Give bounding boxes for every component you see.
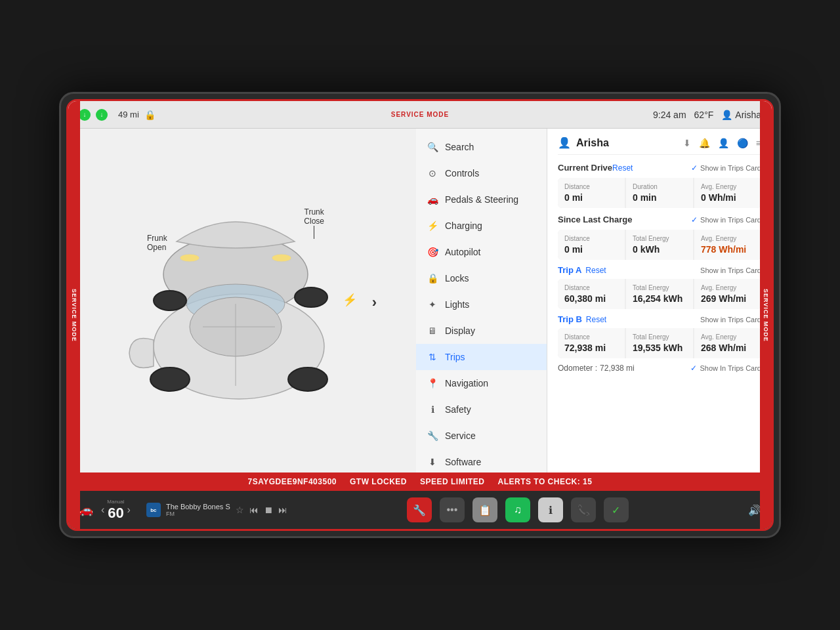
menu-panel: 🔍 Search ⊙ Controls 🚗 Pedals & Steering … [416, 129, 547, 472]
taskbar-left: 🚗 ‹ Manual 60 › [79, 499, 131, 522]
menu-item-controls[interactable]: ⊙ Controls [416, 160, 547, 186]
files-app[interactable]: 📋 [472, 497, 497, 522]
trip-b-stats: Distance 72,938 mi Total Energy 19,535 k… [558, 328, 761, 358]
trip-b-section: Trip B Reset Show in Trips Card Distance… [558, 314, 761, 358]
controls-icon: ⊙ [427, 168, 438, 178]
speed-limited: SPEED LIMITED [420, 477, 485, 486]
user-icon: 👤 [721, 110, 732, 120]
phone-app[interactable]: 📞 [571, 497, 596, 522]
trip-a-distance: Distance 60,380 mi [558, 279, 625, 309]
mileage-display: 49 mi [118, 110, 139, 119]
menu-label-service: Service [445, 430, 476, 441]
main-content: Frunk Open Trunk Close 🔓 ⚡ › [68, 129, 772, 472]
menu-label-navigation: Navigation [445, 378, 488, 388]
trip-a-show[interactable]: Show in Trips Card [700, 266, 761, 274]
speed-label: Manual [107, 499, 124, 505]
favorite-button[interactable]: ☆ [236, 505, 244, 515]
trip-a-reset[interactable]: Reset [585, 266, 606, 275]
trip-b-reset[interactable]: Reset [586, 315, 606, 324]
menu-item-trips[interactable]: ⇅ Trips [416, 344, 547, 370]
menu-item-software[interactable]: ⬇ Software [416, 449, 547, 472]
menu-label-lights: Lights [445, 299, 469, 310]
speed-area: ‹ Manual 60 › [101, 499, 131, 522]
trip-a-total-energy: Total Energy 16,254 kWh [626, 279, 693, 309]
vin-display: 7SAYGDEE9NF403500 [248, 477, 337, 486]
odometer-show-trips[interactable]: ✓ Show In Trips Card [690, 364, 761, 373]
current-drive-energy: Avg. Energy 0 Wh/mi [694, 178, 761, 208]
radio-logo: bc [146, 503, 161, 517]
menu-item-charging[interactable]: ⚡ Charging [416, 213, 547, 239]
current-drive-header: Current Drive Reset ✓ Show in Trips Card [558, 163, 761, 173]
profile-header: 👤 Arisha ⬇ 🔔 👤 🔵 ≡ [558, 136, 761, 155]
wrench-app[interactable]: 🔧 [407, 497, 432, 522]
menu-item-service[interactable]: 🔧 Service [416, 423, 547, 449]
spotify-app[interactable]: ♫ [505, 497, 530, 522]
search-icon: 🔍 [427, 142, 438, 152]
volume-icon[interactable]: 🔊 [748, 504, 761, 516]
download-indicator-2 [96, 109, 108, 121]
menu-item-search[interactable]: 🔍 Search [416, 134, 547, 160]
profile-name: Arisha [576, 137, 678, 149]
trips-icon: ⇅ [427, 352, 438, 362]
profile-download-icon[interactable]: ⬇ [683, 138, 691, 148]
profile-bell-icon[interactable]: 🔔 [699, 138, 710, 148]
menu-item-lights[interactable]: ✦ Lights [416, 291, 547, 318]
profile-user-icon: 👤 [558, 136, 571, 149]
speed-down-arrow[interactable]: ‹ [101, 504, 104, 516]
current-drive-distance-value: 0 mi [564, 192, 618, 203]
menu-item-display[interactable]: 🖥 Display [416, 318, 547, 344]
service-icon: 🔧 [427, 430, 438, 441]
prev-track-button[interactable]: ⏮ [249, 505, 259, 515]
menu-label-trips: Trips [445, 352, 465, 362]
user-info[interactable]: 👤 Arisha [721, 110, 761, 120]
taskbar-right: 🔊 [748, 504, 761, 516]
current-drive-show-trips[interactable]: ✓ Show in Trips Card [691, 163, 761, 173]
menu-label-controls: Controls [445, 168, 479, 178]
trip-b-avg-energy: Avg. Energy 268 Wh/mi [694, 328, 761, 358]
last-charge-show-trips[interactable]: ✓ Show in Trips Card [691, 215, 761, 224]
current-drive-energy-value: 0 Wh/mi [701, 192, 755, 203]
menu-item-safety[interactable]: ℹ Safety [416, 396, 547, 423]
dots-app[interactable]: ••• [440, 497, 465, 522]
trip-a-label: Trip A [558, 265, 581, 275]
next-track-button[interactable]: ⏭ [278, 505, 287, 515]
menu-label-pedals: Pedals & Steering [445, 194, 518, 205]
profile-icons: ⬇ 🔔 👤 🔵 ≡ [683, 138, 761, 148]
menu-item-locks[interactable]: 🔒 Locks [416, 265, 547, 291]
current-drive-stats: Distance 0 mi Duration 0 min Avg. Energy… [558, 178, 761, 208]
right-panel: 👤 Arisha ⬇ 🔔 👤 🔵 ≡ Current Drive Reset [547, 129, 772, 472]
svg-point-11 [272, 254, 291, 262]
menu-item-autopilot[interactable]: 🎯 Autopilot [416, 239, 547, 265]
music-controls: ⏮ ⏹ ⏭ [249, 505, 287, 515]
current-drive-reset[interactable]: Reset [612, 163, 633, 173]
screen-outer: SERVICE MODE SERVICE MODE 49 mi 🔒 SERVIC… [59, 92, 781, 538]
current-drive-distance-label: Distance [564, 183, 618, 190]
svg-point-6 [154, 291, 186, 310]
lock-icon: 🔒 [144, 110, 156, 120]
current-drive-energy-label: Avg. Energy [701, 183, 755, 190]
check-app[interactable]: ✓ [604, 497, 629, 522]
navigation-icon: 📍 [427, 378, 438, 388]
info-app[interactable]: ℹ [538, 497, 563, 522]
trip-b-header: Trip B Reset Show in Trips Card [558, 314, 761, 324]
gtw-locked: GTW LOCKED [350, 477, 407, 486]
speed-up-arrow[interactable]: › [127, 504, 131, 516]
car-icon-taskbar[interactable]: 🚗 [79, 503, 93, 517]
menu-label-charging: Charging [445, 220, 482, 231]
charging-icon: ⚡ [427, 220, 438, 231]
current-drive-duration-label: Duration [633, 183, 686, 190]
trip-b-label: Trip B [558, 314, 582, 324]
svg-point-5 [288, 368, 327, 391]
service-mode-label-left: SERVICE MODE [71, 289, 77, 342]
service-mode-bar: 7SAYGDEE9NF403500 GTW LOCKED SPEED LIMIT… [68, 472, 772, 491]
menu-item-pedals[interactable]: 🚗 Pedals & Steering [416, 186, 547, 213]
status-bar: 49 mi 🔒 SERVICE MODE 9:24 am 62°F 👤 Aris… [68, 101, 772, 129]
status-left: 49 mi 🔒 [79, 109, 156, 121]
profile-person-icon[interactable]: 👤 [718, 138, 729, 148]
menu-item-navigation[interactable]: 📍 Navigation [416, 370, 547, 396]
trip-b-show[interactable]: Show in Trips Card [700, 316, 761, 324]
profile-bt-icon[interactable]: 🔵 [737, 138, 748, 148]
stop-button[interactable]: ⏹ [264, 505, 273, 515]
time-display: 9:24 am [653, 110, 686, 120]
trip-b-distance: Distance 72,938 mi [558, 328, 625, 358]
